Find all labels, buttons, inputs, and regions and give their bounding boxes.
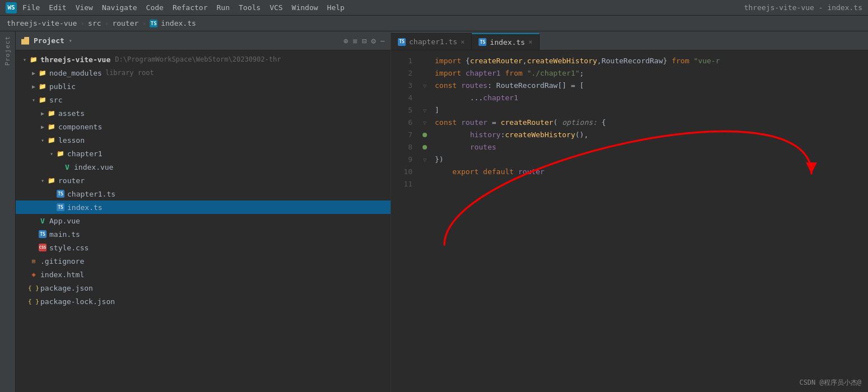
menu-window[interactable]: Window xyxy=(292,3,318,12)
tree-item-style-css[interactable]: CSS style.css xyxy=(16,241,391,254)
chevron-down-icon: ▾ xyxy=(47,151,56,157)
tree-item-index-vue[interactable]: V index.vue xyxy=(16,160,391,174)
tree-item-index-html[interactable]: ◈ index.html xyxy=(16,268,391,281)
collapse-all-icon[interactable]: ≡ xyxy=(352,36,357,45)
tree-item-index-ts[interactable]: TS index.ts xyxy=(16,200,391,214)
folder-icon: 📁 xyxy=(47,136,56,144)
tab-close-index[interactable]: × xyxy=(528,38,532,46)
bc-router[interactable]: router xyxy=(112,19,138,27)
menu-code[interactable]: Code xyxy=(146,3,164,12)
tree-item-package-json[interactable]: { } package.json xyxy=(16,281,391,295)
tab-label-chapter1: chapter1.ts xyxy=(409,38,457,46)
tree-item-node-modules[interactable]: ▶ 📁 node_modules library root xyxy=(16,66,391,80)
chevron-down-icon: ▾ xyxy=(20,57,29,63)
menu-navigate[interactable]: Navigate xyxy=(102,3,137,12)
fold-marker-3[interactable] xyxy=(423,83,426,89)
gutter-line8 xyxy=(419,141,430,153)
bc-src[interactable]: src xyxy=(88,19,101,27)
project-strip-label[interactable]: Project xyxy=(4,36,11,66)
fold-marker-6[interactable] xyxy=(423,120,426,126)
menu-help[interactable]: Help xyxy=(327,3,345,12)
git-icon: ⊞ xyxy=(29,256,38,265)
fold-closed-5[interactable]: ▽ xyxy=(423,108,426,114)
tree-item-src[interactable]: ▾ 📁 src xyxy=(16,93,391,106)
tree-item-gitignore[interactable]: ⊞ .gitignore xyxy=(16,254,391,268)
css-icon: CSS xyxy=(38,243,47,252)
tab-label-index: index.ts xyxy=(490,38,525,46)
ts-icon: TS xyxy=(56,203,65,212)
bc-project[interactable]: threejs-vite-vue xyxy=(7,19,77,27)
menu-view[interactable]: View xyxy=(76,3,93,12)
ts-icon: TS xyxy=(38,230,47,239)
gutter-line5: ▽ xyxy=(419,104,430,116)
folder-icon: 📁 xyxy=(47,122,56,131)
tree-item-public[interactable]: ▶ 📁 public xyxy=(16,80,391,93)
menu-run[interactable]: Run xyxy=(217,3,230,12)
tab-chapter1-ts[interactable]: TS chapter1.ts × xyxy=(391,33,472,50)
root-label: threejs-vite-vue xyxy=(40,55,110,64)
menu-vcs[interactable]: VCS xyxy=(270,3,282,12)
chevron-down-icon: ▾ xyxy=(29,97,38,103)
gutter-line1 xyxy=(419,55,430,67)
file-tree: ▾ 📁 threejs-vite-vue D:\ProgramWorkSpace… xyxy=(16,50,391,392)
chevron-down-icon: ▾ xyxy=(38,137,47,143)
project-panel-label: Project xyxy=(34,36,64,45)
gutter-line6 xyxy=(419,116,430,129)
tree-item-components[interactable]: ▶ 📁 components xyxy=(16,120,391,133)
code-editor[interactable]: 1 2 3 4 5 6 7 8 9 10 11 xyxy=(391,50,868,392)
close-panel-icon[interactable]: − xyxy=(380,36,385,45)
folder-icon: 📁 xyxy=(47,176,56,185)
gutter-line9: ▽ xyxy=(419,153,430,166)
tab-index-ts[interactable]: TS index.ts × xyxy=(472,33,540,50)
window-title: threejs-vite-vue - index.ts xyxy=(744,3,862,12)
code-gutter: ▽ ▽ xyxy=(419,50,430,392)
ws-logo: WS xyxy=(6,2,17,13)
json-icon: { } xyxy=(29,297,38,306)
tree-item-app-vue[interactable]: V App.vue xyxy=(16,214,391,227)
tab-close-chapter1[interactable]: × xyxy=(461,38,465,46)
tree-root[interactable]: ▾ 📁 threejs-vite-vue D:\ProgramWorkSpace… xyxy=(16,53,391,66)
fold-closed-9[interactable]: ▽ xyxy=(423,157,426,163)
chevron-down-icon[interactable]: ▾ xyxy=(69,38,72,44)
menu-refactor[interactable]: Refactor xyxy=(173,3,208,12)
chevron-down-icon: ▾ xyxy=(38,178,47,184)
gutter-line3 xyxy=(419,80,430,92)
settings-icon[interactable]: ⚙ xyxy=(371,36,375,45)
expand-icon[interactable]: ⊟ xyxy=(362,36,366,45)
chevron-right-icon: ▶ xyxy=(29,70,38,76)
gutter-line11 xyxy=(419,178,430,190)
vue-icon: V xyxy=(38,216,47,225)
tree-item-main-ts[interactable]: TS main.ts xyxy=(16,227,391,241)
gutter-line2 xyxy=(419,67,430,80)
code-content[interactable]: import {createRouter,createWebHistory,Ro… xyxy=(430,50,868,392)
sidebar-strip: Project xyxy=(0,31,16,392)
ts-icon-bc: TS xyxy=(150,20,157,27)
tree-item-chapter1-ts[interactable]: TS chapter1.ts xyxy=(16,187,391,200)
code-area-wrapper: 1 2 3 4 5 6 7 8 9 10 11 xyxy=(391,50,868,392)
root-path: D:\ProgramWorkSpace\WebStorm\20230902-th… xyxy=(115,55,281,63)
editor-area: TS chapter1.ts × TS index.ts × 1 2 3 4 5 xyxy=(391,31,868,392)
chevron-right-icon: ▶ xyxy=(38,110,47,116)
tree-item-assets[interactable]: ▶ 📁 assets xyxy=(16,106,391,120)
menu-tools[interactable]: Tools xyxy=(239,3,261,12)
bc-file[interactable]: index.ts xyxy=(161,19,196,27)
menu-edit[interactable]: Edit xyxy=(49,3,66,12)
tree-item-chapter1-folder[interactable]: ▾ 📁 chapter1 xyxy=(16,147,391,160)
locate-file-icon[interactable]: ⊕ xyxy=(344,36,348,45)
watermark: CSDN @程序员小杰@ xyxy=(799,378,861,388)
chevron-right-icon: ▶ xyxy=(38,124,47,130)
tree-item-lesson[interactable]: ▾ 📁 lesson xyxy=(16,133,391,147)
menu-file[interactable]: File xyxy=(22,3,40,12)
folder-icon: 📁 xyxy=(29,55,38,64)
json-icon: { } xyxy=(29,283,38,292)
folder-icon: 📁 xyxy=(56,149,65,158)
folder-icon: 📁 xyxy=(38,95,47,104)
tree-item-router-folder[interactable]: ▾ 📁 router xyxy=(16,174,391,187)
vue-icon: V xyxy=(63,162,72,171)
toolbar-icons: ⊕ ≡ ⊟ ⚙ − xyxy=(344,36,385,45)
gutter-line4 xyxy=(419,92,430,104)
project-toolbar: Project ▾ ⊕ ≡ ⊟ ⚙ − xyxy=(16,31,391,50)
tree-item-package-lock-json[interactable]: { } package-lock.json xyxy=(16,295,391,308)
menu-bar: File Edit View Navigate Code Refactor Ru… xyxy=(22,3,345,12)
ts-icon: TS xyxy=(56,189,65,198)
